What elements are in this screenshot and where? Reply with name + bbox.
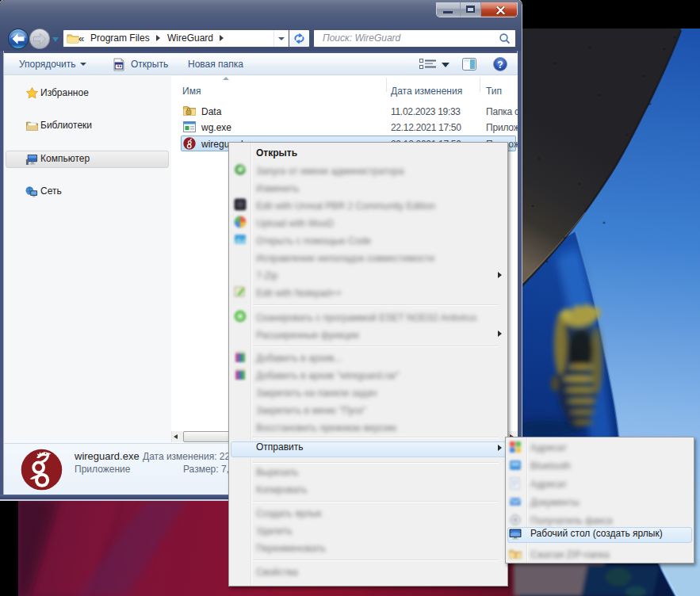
svg-text:?: ?	[497, 59, 503, 71]
